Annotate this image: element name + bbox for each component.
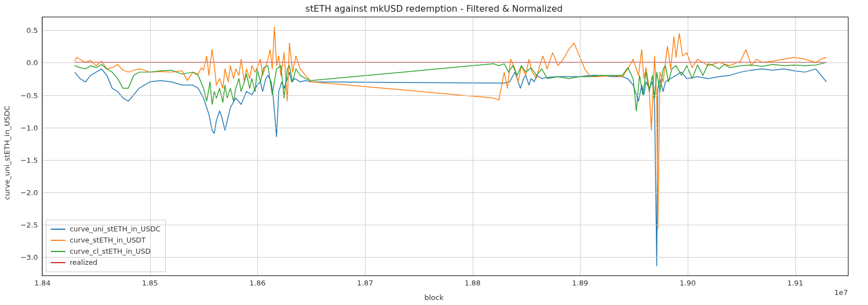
grid-line: [688, 17, 688, 275]
x-tick-label: 1.91: [787, 279, 803, 287]
grid-line: [42, 160, 848, 161]
grid-line: [42, 192, 848, 193]
y-tick-label: −2.0: [20, 188, 38, 196]
legend-entry: realized: [51, 257, 161, 268]
x-tick-label: 1.86: [250, 279, 266, 287]
x-axis-offset-text: 1e7: [834, 288, 848, 297]
legend-swatch: [51, 262, 65, 263]
legend-entry: curve_cl_stETH_in_USD: [51, 246, 161, 257]
legend-swatch: [51, 229, 65, 230]
grid-line: [42, 95, 848, 96]
y-tick-label: −1.0: [20, 123, 38, 132]
grid-line: [580, 17, 581, 275]
grid-line: [150, 17, 151, 275]
legend-swatch: [51, 251, 65, 252]
x-axis-label: block: [424, 293, 444, 302]
x-tick-label: 1.90: [680, 279, 696, 287]
grid-line: [42, 225, 848, 225]
chart-legend: curve_uni_stETH_in_USDCcurve_stETH_in_US…: [46, 220, 166, 272]
grid-line: [795, 17, 796, 275]
grid-line: [42, 30, 848, 31]
chart-title: stETH against mkUSD redemption - Filtere…: [305, 3, 563, 14]
y-tick-label: −1.5: [20, 156, 38, 164]
grid-line: [42, 257, 848, 258]
chart-figure: stETH against mkUSD redemption - Filtere…: [0, 0, 868, 305]
legend-label: curve_cl_stETH_in_USD: [70, 246, 151, 257]
legend-swatch: [51, 240, 65, 241]
y-tick-label: −0.5: [20, 91, 38, 99]
legend-entry: curve_stETH_in_USDT: [51, 235, 161, 246]
series-line: [75, 69, 827, 266]
y-tick-label: 0.5: [26, 26, 38, 35]
x-tick-label: 1.84: [35, 279, 51, 287]
x-tick-label: 1.85: [142, 279, 158, 287]
legend-label: realized: [70, 257, 97, 268]
grid-line: [42, 128, 848, 128]
x-tick-label: 1.87: [357, 279, 373, 287]
x-tick-label: 1.89: [572, 279, 588, 287]
grid-line: [473, 17, 473, 275]
grid-line: [257, 17, 258, 275]
chart-axes: curve_uni_stETH_in_USDCcurve_stETH_in_US…: [42, 17, 848, 276]
legend-entry: curve_uni_stETH_in_USDC: [51, 224, 161, 235]
legend-label: curve_stETH_in_USDT: [70, 235, 146, 246]
legend-label: curve_uni_stETH_in_USDC: [70, 224, 161, 235]
y-tick-label: −2.5: [20, 221, 38, 229]
y-axis-label: curve_uni_stETH_in_USDC: [3, 105, 11, 200]
grid-line: [42, 62, 848, 63]
series-line: [75, 62, 827, 111]
y-tick-label: 0.0: [26, 59, 38, 67]
grid-line: [365, 17, 366, 275]
x-tick-label: 1.88: [464, 279, 481, 287]
grid-line: [42, 17, 43, 275]
y-tick-label: −3.0: [20, 253, 38, 262]
